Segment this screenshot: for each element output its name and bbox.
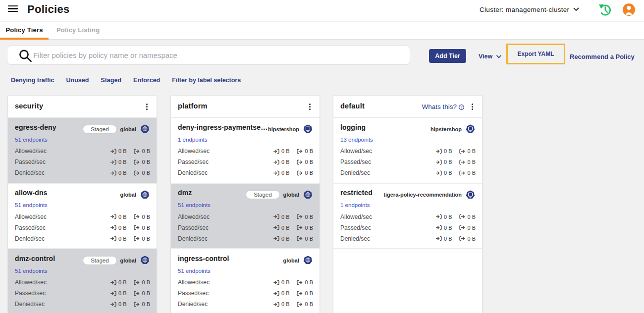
svg-text:?: ? xyxy=(461,105,463,109)
